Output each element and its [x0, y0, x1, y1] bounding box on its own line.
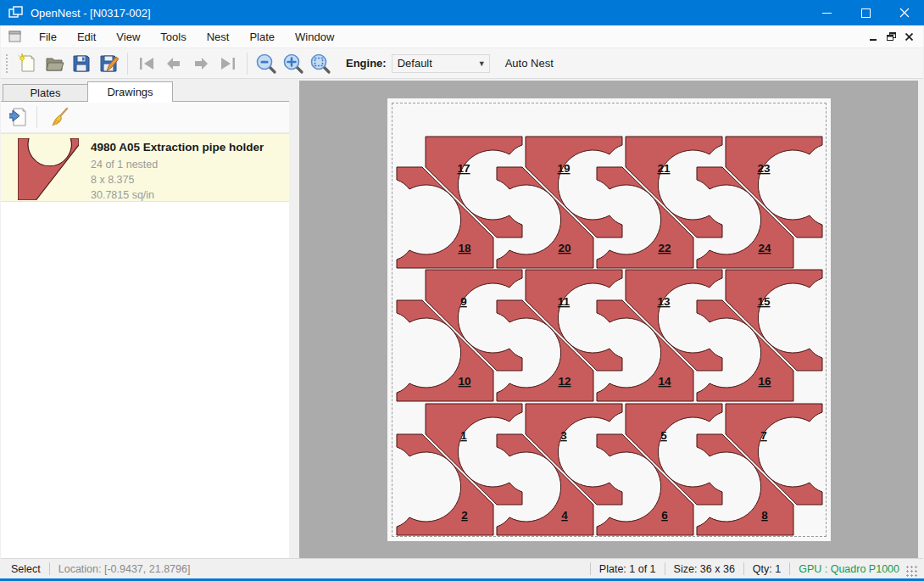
- canvas-right-strip: [919, 81, 924, 558]
- drawing-dimensions: 8 x 8.375: [91, 172, 264, 187]
- minimize-button[interactable]: [807, 0, 846, 25]
- engine-label: Engine:: [346, 57, 387, 70]
- engine-value: Default: [392, 57, 475, 70]
- menu-file[interactable]: File: [29, 27, 67, 47]
- chevron-down-icon: ▼: [475, 59, 489, 68]
- toolbar-grip[interactable]: [5, 53, 8, 74]
- menu-tools[interactable]: Tools: [150, 27, 196, 47]
- part-number-label: 15: [757, 295, 771, 308]
- tab-plates[interactable]: Plates: [3, 84, 87, 102]
- mdi-controls: [865, 28, 923, 45]
- status-cell: Size: 36 x 36: [674, 563, 735, 575]
- window-title: OpenNest - [N0317-002]: [31, 7, 807, 20]
- import-drawing-icon: [9, 107, 30, 127]
- part-number-label: 5: [660, 429, 667, 442]
- drawing-nested-count: 24 of 1 nested: [91, 157, 264, 172]
- zoom-in-button[interactable]: [280, 51, 307, 76]
- maximize-button[interactable]: [846, 0, 885, 25]
- part-number-label: 7: [760, 429, 767, 442]
- status-separator: [743, 562, 744, 575]
- title-bar: OpenNest - [N0317-002]: [0, 0, 924, 25]
- save-icon: [71, 53, 92, 74]
- part-number-label: 22: [658, 242, 671, 254]
- part-number-label: 14: [658, 375, 671, 388]
- part-number-label: 1: [460, 429, 467, 442]
- status-separator: [665, 562, 665, 575]
- mdi-close-icon: [905, 33, 913, 41]
- plate-sheet: 171921231820222491113151012141613572468: [387, 98, 831, 541]
- part-number-label: 19: [557, 162, 570, 175]
- part-number-label: 21: [657, 162, 671, 175]
- part-number-label: 13: [657, 295, 671, 308]
- save-as-button[interactable]: [95, 51, 122, 76]
- mdi-close-button[interactable]: [900, 28, 918, 45]
- clean-button[interactable]: [46, 104, 73, 130]
- resize-grip-icon[interactable]: [906, 566, 918, 578]
- import-drawing-button[interactable]: [6, 104, 33, 130]
- open-file-button[interactable]: [41, 51, 68, 76]
- panel-toolbar: [1, 102, 289, 133]
- new-file-icon: [17, 53, 37, 74]
- part-number-label: 2: [461, 509, 468, 522]
- mdi-minimize-icon: [870, 33, 877, 41]
- menu-window[interactable]: Window: [285, 27, 344, 47]
- part-number-label: 24: [758, 242, 771, 254]
- status-cell: Qty: 1: [753, 563, 781, 575]
- tab-drawings[interactable]: Drawings: [87, 81, 173, 102]
- part-number-label: 11: [558, 295, 571, 308]
- nav-prev-button[interactable]: [160, 51, 187, 76]
- menu-items: FileEditViewToolsNestPlateWindow: [29, 27, 344, 47]
- menu-view[interactable]: View: [106, 27, 150, 47]
- part-number-label: 20: [558, 242, 571, 254]
- auto-nest-button[interactable]: Auto Nest: [500, 53, 559, 73]
- status-mode: Select: [11, 563, 41, 575]
- app-icon: [8, 6, 23, 20]
- close-button[interactable]: [885, 0, 924, 25]
- part-number-label: 18: [458, 242, 471, 254]
- drawing-info: 4980 A05 Extraction pipe holder 24 of 1 …: [91, 134, 264, 201]
- menu-nest[interactable]: Nest: [197, 27, 240, 47]
- drawing-list-item[interactable]: 4980 A05 Extraction pipe holder 24 of 1 …: [1, 133, 289, 202]
- maximize-icon: [861, 8, 871, 18]
- nav-next-button[interactable]: [187, 51, 214, 76]
- clean-icon: [49, 107, 70, 127]
- status-separator: [590, 562, 591, 575]
- new-file-button[interactable]: [14, 51, 41, 76]
- save-button[interactable]: [68, 51, 95, 76]
- toolbar-separator: [127, 53, 128, 75]
- part-number-label: 6: [661, 509, 668, 522]
- part-number-label: 16: [758, 375, 771, 388]
- part-number-label: 4: [561, 509, 568, 522]
- menu-edit[interactable]: Edit: [67, 27, 106, 47]
- part-number-label: 17: [457, 162, 470, 175]
- main-toolbar: Engine: Default ▼ Auto Nest: [1, 48, 923, 79]
- drawing-thumbnail: [18, 138, 79, 200]
- engine-combobox[interactable]: Default ▼: [392, 54, 490, 73]
- mdi-restore-icon: [887, 32, 896, 41]
- drawing-title: 4980 A05 Extraction pipe holder: [91, 141, 264, 154]
- nest-canvas[interactable]: 171921231820222491113151012141613572468: [299, 81, 918, 558]
- part-number-label: 3: [560, 429, 567, 442]
- mdi-minimize-button[interactable]: [865, 28, 882, 45]
- nav-last-icon: [218, 53, 238, 74]
- nav-last-button[interactable]: [214, 51, 242, 76]
- status-location: Location: [-0.9437, 21.8796]: [58, 563, 191, 575]
- panel-toolbar-separator: [36, 106, 37, 128]
- mdi-document-icon: [8, 31, 22, 42]
- zoom-out-button[interactable]: [253, 51, 280, 76]
- panel-splitter[interactable]: [289, 81, 299, 558]
- save-as-icon: [98, 53, 119, 74]
- zoom-fit-button[interactable]: [307, 51, 334, 76]
- status-separator: [789, 562, 790, 575]
- nav-first-button[interactable]: [133, 51, 160, 76]
- part-number-label: 9: [460, 295, 467, 308]
- menu-plate[interactable]: Plate: [239, 27, 285, 47]
- toolbar-separator: [247, 53, 248, 75]
- mdi-restore-button[interactable]: [882, 28, 900, 45]
- nav-next-icon: [191, 53, 211, 74]
- part-number-label: 23: [757, 162, 771, 175]
- part-number-label: 10: [458, 375, 470, 388]
- zoom-in-icon: [282, 53, 304, 75]
- status-right-cells: Plate: 1 of 1Size: 36 x 36Qty: 1GPU : Qu…: [582, 561, 923, 578]
- drawing-area: 30.7815 sq/in: [91, 187, 264, 203]
